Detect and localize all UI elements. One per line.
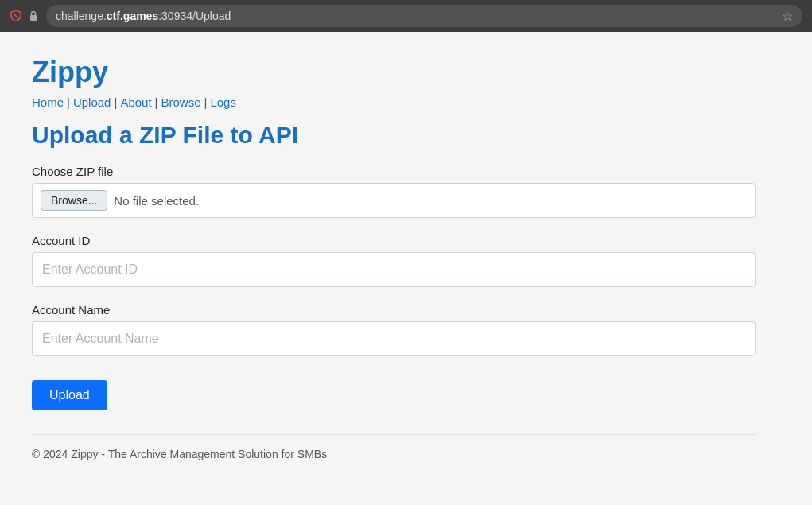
lock-icon [27,10,40,22]
browse-button[interactable]: Browse... [41,190,107,211]
file-upload-section: Choose ZIP file Browse... No file select… [32,165,780,218]
browser-chrome: challenge.ctf.games:30934/Upload ☆ [0,0,812,32]
nav-sep-1: | [67,95,70,109]
file-label: Choose ZIP file [32,165,780,178]
page-content: Zippy Home | Upload | About | Browse | L… [0,32,812,484]
browser-icons [10,10,40,22]
url-text: challenge.ctf.games:30934/Upload [56,10,775,22]
bookmark-icon[interactable]: ☆ [782,9,793,24]
shield-icon [10,10,22,22]
svg-line-0 [14,14,18,18]
nav-sep-3: | [155,95,158,109]
upload-button[interactable]: Upload [32,380,107,410]
nav-logs[interactable]: Logs [210,95,236,109]
nav-upload[interactable]: Upload [73,95,111,109]
nav-sep-2: | [114,95,117,109]
account-name-section: Account Name [32,303,780,356]
app-title: Zippy [32,56,780,89]
account-id-section: Account ID [32,234,780,287]
file-input-wrapper[interactable]: Browse... No file selected. [32,183,756,218]
account-id-label: Account ID [32,234,780,247]
account-name-label: Account Name [32,303,780,317]
no-file-text: No file selected. [114,194,199,208]
page-heading: Upload a ZIP File to API [32,122,780,149]
svg-rect-1 [30,15,37,21]
footer-divider [32,434,756,435]
nav-browse[interactable]: Browse [161,95,200,109]
account-name-input[interactable] [32,321,756,356]
nav-about[interactable]: About [120,95,151,109]
nav-home[interactable]: Home [32,95,64,109]
account-id-input[interactable] [32,252,756,287]
nav-bar: Home | Upload | About | Browse | Logs [32,95,780,109]
nav-sep-4: | [204,95,208,109]
url-bar[interactable]: challenge.ctf.games:30934/Upload ☆ [46,5,802,27]
footer-text: © 2024 Zippy - The Archive Management So… [32,448,780,460]
